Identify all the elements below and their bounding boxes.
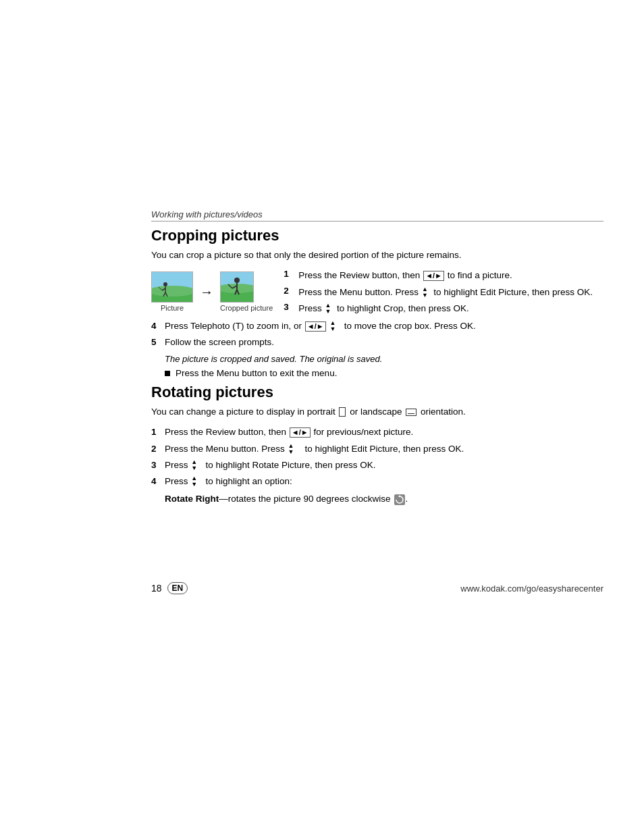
r-step3-num: 3 [151, 459, 165, 472]
rotate-step-3: 3 Press ▲▼ to highlight Rotate Picture, … [151, 459, 603, 472]
rotate-step-2: 2 Press the Menu button. Press ▲▼ to hig… [151, 442, 603, 456]
step1-text: Press the Review button, then ◄/► to fin… [298, 269, 512, 282]
step5-num: 5 [151, 336, 165, 349]
bullet-square-icon [165, 371, 170, 376]
italic-note: The picture is cropped and saved. The or… [165, 353, 603, 366]
step4-num: 4 [151, 319, 165, 333]
r-step4-text: Press ▲▼ to highlight an option: [165, 475, 292, 488]
crop-images-row: Picture → [151, 271, 273, 312]
content-area: Working with pictures/videos Cropping pi… [151, 209, 603, 506]
rotating-intro: You can change a picture to display in p… [151, 405, 603, 419]
r-step4-num: 4 [151, 475, 165, 488]
page-number: 18 [151, 583, 162, 594]
section-label: Working with pictures/videos [151, 209, 603, 219]
cropping-title: Cropping pictures [151, 227, 603, 244]
footer-left: 18 EN [151, 582, 188, 594]
ud-icon-step4: ▲▼ [329, 320, 336, 332]
rotate-step-1: 1 Press the Review button, then ◄/► for … [151, 425, 603, 439]
step4-text: Press Telephoto (T) to zoom in, or ◄/► ▲… [165, 319, 476, 333]
ud-icon-r2: ▲▼ [288, 443, 294, 455]
crop-step-2: 2 Press the Menu button. Press ▲▼ to hig… [284, 286, 603, 299]
divider [151, 221, 603, 221]
r-step3-text: Press ▲▼ to highlight Rotate Picture, th… [165, 459, 376, 472]
step2-num: 2 [284, 286, 298, 296]
rotating-intro-part1: You can change a picture to display in p… [151, 407, 336, 417]
rotate-clockwise-icon [394, 494, 405, 505]
picture2-container: Cropped picture [220, 271, 273, 312]
ud-icon-r4: ▲▼ [191, 475, 197, 488]
landscape-icon [406, 409, 417, 416]
portrait-icon [339, 407, 346, 417]
crop-step-1: 1 Press the Review button, then ◄/► to f… [284, 269, 603, 282]
r-step1-num: 1 [151, 425, 165, 439]
ud-icon-step3: ▲▼ [325, 303, 331, 315]
rotate-right-dash: — [219, 494, 228, 504]
crop-content-wrapper: Picture → [151, 269, 603, 318]
crop-step-4: 4 Press Telephoto (T) to zoom in, or ◄/►… [151, 319, 603, 333]
rotate-right-label: Rotate Right [165, 494, 219, 504]
r-step2-text: Press the Menu button. Press ▲▼ to highl… [165, 442, 464, 456]
rotate-right-item: Rotate Right—rotates the picture 90 degr… [165, 492, 603, 506]
ud-icon-r3: ▲▼ [191, 459, 197, 471]
bullet-text: Press the Menu button to exit the menu. [176, 368, 337, 378]
crop-images-col: Picture → [151, 271, 273, 315]
picture2-label: Cropped picture [220, 304, 273, 312]
footer: 18 EN www.kodak.com/go/easysharecenter [151, 582, 603, 594]
rotate-right-text: rotates the picture 90 degrees clockwise [228, 494, 391, 504]
step1-num: 1 [284, 269, 298, 279]
cropping-intro: You can crop a picture so that only the … [151, 249, 603, 262]
crop-step-3: 3 Press ▲▼ to highlight Crop, then press… [284, 302, 603, 315]
lr-icon-r1: ◄/► [290, 427, 311, 438]
step3-text: Press ▲▼ to highlight Crop, then press O… [298, 302, 469, 315]
r-step2-num: 2 [151, 442, 165, 456]
bullet-item: Press the Menu button to exit the menu. [165, 368, 603, 378]
rotating-title: Rotating pictures [151, 384, 603, 401]
step3-num: 3 [284, 302, 298, 312]
ud-icon-step2: ▲▼ [422, 286, 428, 298]
crop-step-5: 5 Follow the screen prompts. [151, 336, 603, 349]
step5-text: Follow the screen prompts. [165, 336, 274, 349]
footer-website: www.kodak.com/go/easysharecenter [460, 583, 603, 594]
rotating-intro-part3: orientation. [421, 407, 466, 417]
picture1-label: Picture [151, 304, 193, 312]
lr-icon-step4: ◄/► [305, 321, 326, 332]
picture1-svg [152, 272, 192, 302]
picture2-svg [221, 272, 253, 302]
svg-point-12 [234, 278, 240, 283]
arrow-icon: → [200, 284, 213, 300]
lr-icon-step1: ◄/► [423, 271, 444, 281]
svg-point-3 [163, 282, 167, 286]
svg-point-2 [152, 286, 192, 296]
en-badge: EN [167, 582, 188, 594]
picture1-container: Picture [151, 271, 193, 312]
picture2-image [220, 271, 254, 303]
page: Working with pictures/videos Cropping pi… [0, 0, 644, 834]
r-step1-text: Press the Review button, then ◄/► for pr… [165, 425, 413, 439]
rotate-step-4: 4 Press ▲▼ to highlight an option: [151, 475, 603, 488]
crop-steps-right: 1 Press the Review button, then ◄/► to f… [284, 269, 603, 318]
step2-text: Press the Menu button. Press ▲▼ to highl… [298, 286, 593, 299]
rotating-intro-part2: or landscape [350, 407, 402, 417]
picture1-image [151, 271, 193, 303]
